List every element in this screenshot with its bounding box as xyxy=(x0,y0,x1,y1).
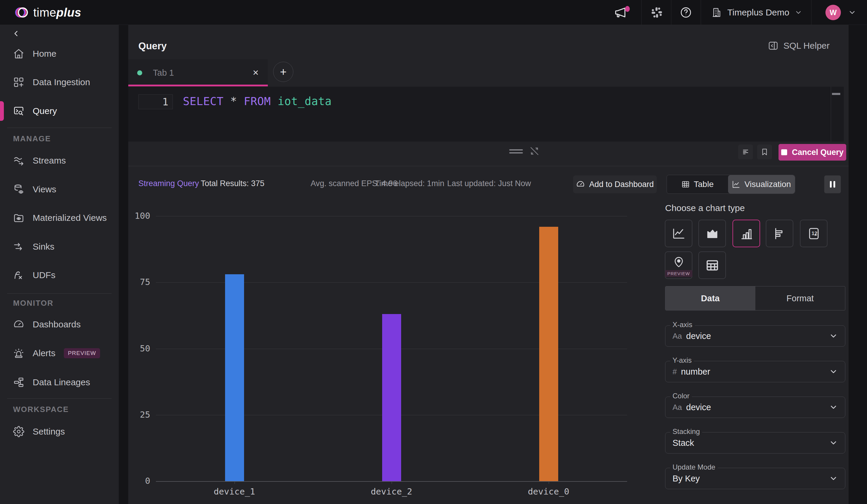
chart-type-single-value[interactable]: 12 xyxy=(800,219,827,247)
new-tab-button[interactable]: + xyxy=(273,62,293,82)
topbar-divider xyxy=(641,0,642,25)
y-axis-select[interactable]: Y-axis # number xyxy=(665,361,845,382)
update-mode-select[interactable]: Update Mode By Key xyxy=(665,468,845,489)
add-to-dashboard-button[interactable]: Add to Dashboard xyxy=(573,175,657,193)
auto-resize-toggle-icon[interactable] xyxy=(529,146,540,157)
slack-button[interactable] xyxy=(648,0,666,25)
visualization-view-button[interactable]: Visualization xyxy=(728,175,795,194)
chart-type-table[interactable] xyxy=(698,251,726,279)
map-preview-badge: PREVIEW xyxy=(665,270,692,277)
sidebar: Home Data Ingestion Query MANAGE Streams… xyxy=(0,25,119,504)
chart-type-column[interactable] xyxy=(732,219,760,247)
resize-handle-icon[interactable] xyxy=(509,149,523,154)
time-elapsed: Time elapsed: 1min xyxy=(375,179,445,188)
streams-icon xyxy=(13,155,24,166)
chevron-left-icon xyxy=(12,29,21,38)
string-type-icon: Aa xyxy=(673,403,682,412)
sidebar-divider xyxy=(7,128,111,128)
sql-code-line: SELECT * FROM iot_data xyxy=(183,95,332,108)
chart-type-line[interactable] xyxy=(665,219,693,247)
announcements-button[interactable] xyxy=(612,0,630,25)
sidebar-item-views[interactable]: Views xyxy=(0,179,119,200)
chevron-down-icon xyxy=(848,8,856,17)
chart-type-area[interactable] xyxy=(698,219,726,247)
color-select[interactable]: Color Aa device xyxy=(665,397,845,418)
chevron-down-icon xyxy=(794,9,802,16)
tab-data[interactable]: Data xyxy=(665,287,756,310)
sidebar-item-dashboards[interactable]: Dashboards xyxy=(0,314,119,335)
sidebar-item-udfs[interactable]: UDFs xyxy=(0,265,119,286)
bar-device_2 xyxy=(382,314,401,481)
timeplus-logo[interactable]: timeplus xyxy=(14,0,81,25)
format-sql-button[interactable] xyxy=(738,144,753,159)
sidebar-item-home[interactable]: Home xyxy=(0,43,119,64)
chevron-down-icon xyxy=(829,474,838,483)
data-ingestion-icon xyxy=(13,77,24,88)
stacking-select[interactable]: Stacking Stack xyxy=(665,432,845,453)
table-icon xyxy=(682,180,690,189)
bookmark-icon xyxy=(761,148,768,156)
sidebar-item-data-ingestion[interactable]: Data Ingestion xyxy=(0,72,119,93)
last-updated: Last updated: Just Now xyxy=(447,179,531,188)
x-tick-label-device_2: device_2 xyxy=(356,486,427,496)
gauge-icon xyxy=(576,180,585,189)
sidebar-item-data-lineages[interactable]: Data Lineages xyxy=(0,372,119,393)
chart-type-bar-horizontal[interactable] xyxy=(766,219,793,247)
tab-format[interactable]: Format xyxy=(756,287,845,310)
workspace-switcher[interactable]: Timeplus Demo xyxy=(708,0,806,25)
bookmark-button[interactable] xyxy=(757,144,772,159)
x-axis-select[interactable]: X-axis Aa device xyxy=(665,325,845,347)
chart-type-map[interactable]: PREVIEW xyxy=(665,251,693,279)
sidebar-collapse-button[interactable] xyxy=(12,29,21,38)
topbar-divider xyxy=(671,0,671,25)
gridline-100 xyxy=(156,216,627,216)
data-lineages-icon xyxy=(13,377,24,388)
chevron-down-icon xyxy=(829,367,838,376)
total-results: Total Results: 375 xyxy=(201,179,265,188)
chevron-down-icon xyxy=(829,403,838,412)
sql-editor[interactable]: 1 SELECT * FROM iot_data xyxy=(128,87,844,142)
help-button[interactable] xyxy=(677,0,694,25)
sidebar-item-settings[interactable]: Settings xyxy=(0,421,119,442)
dashboards-icon xyxy=(13,319,24,330)
query-tab[interactable]: Tab 1 ✕ xyxy=(128,60,268,86)
help-circle-icon xyxy=(679,6,692,19)
sidebar-item-sinks[interactable]: Sinks xyxy=(0,236,119,257)
map-pin-icon xyxy=(673,256,685,268)
bar-device_1 xyxy=(225,274,244,481)
sidebar-item-streams[interactable]: Streams xyxy=(0,150,119,171)
app-root: timeplus xyxy=(0,0,867,504)
sql-helper-button[interactable]: SQL Helper xyxy=(768,40,829,51)
divider xyxy=(128,166,848,166)
stop-icon xyxy=(781,149,787,155)
number-type-icon: # xyxy=(673,367,677,376)
timeplus-logo-icon xyxy=(14,4,30,21)
table-view-button[interactable]: Table xyxy=(667,175,728,194)
sidebar-item-alerts[interactable]: Alerts PREVIEW xyxy=(0,343,119,364)
topbar-divider xyxy=(811,0,812,25)
y-tick-label: 75 xyxy=(128,277,150,287)
tab-close-icon[interactable]: ✕ xyxy=(253,68,259,77)
alerts-preview-badge: PREVIEW xyxy=(64,348,100,358)
format-lines-icon xyxy=(742,148,749,156)
column-chart-icon xyxy=(740,227,753,240)
x-axis-tick xyxy=(392,481,392,484)
data-format-tabs: Data Format xyxy=(665,286,845,310)
user-menu-chevron[interactable] xyxy=(846,0,859,25)
x-tick-label-device_0: device_0 xyxy=(513,486,584,496)
editor-scrollbar-thumb[interactable] xyxy=(832,93,840,95)
y-tick-label: 25 xyxy=(128,410,150,420)
cancel-query-button[interactable]: Cancel Query xyxy=(779,144,846,161)
user-menu[interactable]: W xyxy=(825,0,841,25)
bar-device_0 xyxy=(539,227,558,481)
streaming-query-label: Streaming Query xyxy=(138,179,199,188)
pause-button[interactable] xyxy=(824,175,841,193)
active-tab-underline xyxy=(128,85,268,86)
sidebar-item-materialized-views[interactable]: Materialized Views xyxy=(0,207,119,228)
udfs-icon xyxy=(13,269,24,281)
editor-scrollbar-track xyxy=(831,87,831,142)
page-title: Query xyxy=(138,40,167,52)
sidebar-item-query[interactable]: Query xyxy=(0,100,119,122)
building-icon xyxy=(711,7,722,18)
top-bar: timeplus xyxy=(0,0,867,25)
